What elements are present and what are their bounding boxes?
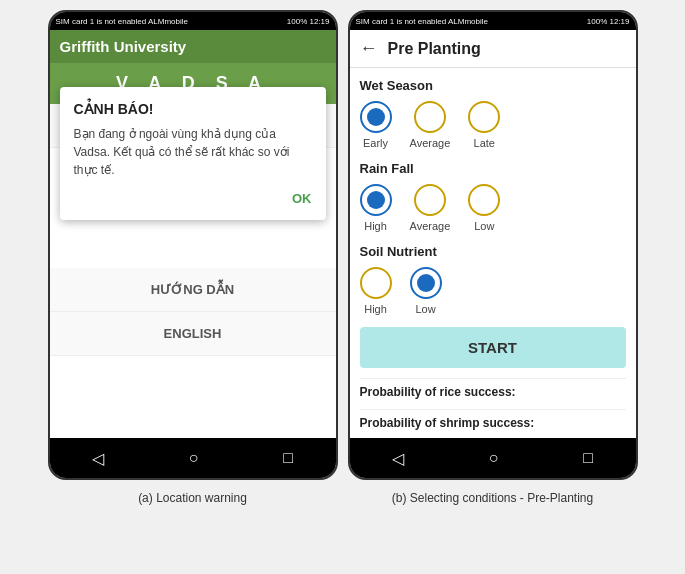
wet-season-average-circle[interactable] [414, 101, 446, 133]
status-bar-b: SIM card 1 is not enabled ALMmobile 100%… [350, 12, 636, 30]
rain-fall-options: High Average Low [360, 184, 626, 232]
menu-item-english[interactable]: ENGLISH [50, 312, 336, 356]
back-nav-b[interactable]: ◁ [392, 449, 404, 468]
start-button[interactable]: START [360, 327, 626, 368]
rain-fall-average[interactable]: Average [410, 184, 451, 232]
prob-rice-label: Probability of rice success: [360, 378, 626, 401]
caption-b: (b) Selecting conditions - Pre-Planting [392, 491, 593, 505]
top-bar-a: Griffith University [50, 30, 336, 63]
dialog-title: CẢNH BÁO! [74, 101, 312, 117]
wet-season-late-label: Late [474, 137, 495, 149]
soil-nutrient-low[interactable]: Low [410, 267, 442, 315]
phone-b: SIM card 1 is not enabled ALMmobile 100%… [348, 10, 638, 480]
dialog-body: Bạn đang ở ngoài vùng khả dụng của Vadsa… [74, 125, 312, 179]
soil-nutrient-low-dot [417, 274, 435, 292]
wet-season-early-circle[interactable] [360, 101, 392, 133]
back-nav-a[interactable]: ◁ [92, 449, 104, 468]
dialog-ok-button[interactable]: OK [74, 191, 312, 206]
soil-nutrient-label: Soil Nutrient [360, 244, 626, 259]
wet-season-early[interactable]: Early [360, 101, 392, 149]
home-nav-a[interactable]: ○ [189, 449, 199, 467]
status-bar-a: SIM card 1 is not enabled ALMmobile 100%… [50, 12, 336, 30]
soil-nutrient-low-label: Low [415, 303, 435, 315]
rain-fall-label: Rain Fall [360, 161, 626, 176]
status-right-a: 100% 12:19 [287, 17, 330, 26]
wet-season-early-label: Early [363, 137, 388, 149]
soil-nutrient-low-circle[interactable] [410, 267, 442, 299]
soil-nutrient-high[interactable]: High [360, 267, 392, 315]
rain-fall-average-circle[interactable] [414, 184, 446, 216]
status-left-b: SIM card 1 is not enabled ALMmobile [356, 17, 489, 26]
wet-season-average[interactable]: Average [410, 101, 451, 149]
status-right-b: 100% 12:19 [587, 17, 630, 26]
caption-a: (a) Location warning [138, 491, 247, 505]
recent-nav-a[interactable]: □ [283, 449, 293, 467]
wet-season-average-label: Average [410, 137, 451, 149]
phone-a: SIM card 1 is not enabled ALMmobile 100%… [48, 10, 338, 480]
wet-season-late-circle[interactable] [468, 101, 500, 133]
wet-season-late[interactable]: Late [468, 101, 500, 149]
rain-fall-high-label: High [364, 220, 387, 232]
soil-nutrient-options: High Low [360, 267, 626, 315]
rain-fall-average-label: Average [410, 220, 451, 232]
app-title-b: Pre Planting [388, 40, 481, 58]
home-nav-b[interactable]: ○ [489, 449, 499, 467]
app-title-a: Griffith University [60, 38, 187, 55]
soil-nutrient-high-circle[interactable] [360, 267, 392, 299]
warning-dialog: CẢNH BÁO! Bạn đang ở ngoài vùng khả dụng… [60, 87, 326, 220]
top-bar-b: ← Pre Planting [350, 30, 636, 68]
rain-fall-high-dot [367, 191, 385, 209]
prob-shrimp-label: Probability of shrimp success: [360, 409, 626, 432]
wet-season-options: Early Average Late [360, 101, 626, 149]
wet-season-early-dot [367, 108, 385, 126]
rain-fall-high[interactable]: High [360, 184, 392, 232]
rain-fall-low-circle[interactable] [468, 184, 500, 216]
soil-nutrient-high-label: High [364, 303, 387, 315]
back-arrow-b[interactable]: ← [360, 38, 378, 59]
bottom-nav-b: ◁ ○ □ [350, 438, 636, 478]
pre-planting-content: Wet Season Early Average Late [350, 68, 636, 438]
rain-fall-low-label: Low [474, 220, 494, 232]
status-left-a: SIM card 1 is not enabled ALMmobile [56, 17, 189, 26]
rain-fall-high-circle[interactable] [360, 184, 392, 216]
bottom-nav-a: ◁ ○ □ [50, 438, 336, 478]
recent-nav-b[interactable]: □ [583, 449, 593, 467]
menu-item-huong-dan[interactable]: HƯỚNG DẪN [50, 268, 336, 312]
wet-season-label: Wet Season [360, 78, 626, 93]
rain-fall-low[interactable]: Low [468, 184, 500, 232]
